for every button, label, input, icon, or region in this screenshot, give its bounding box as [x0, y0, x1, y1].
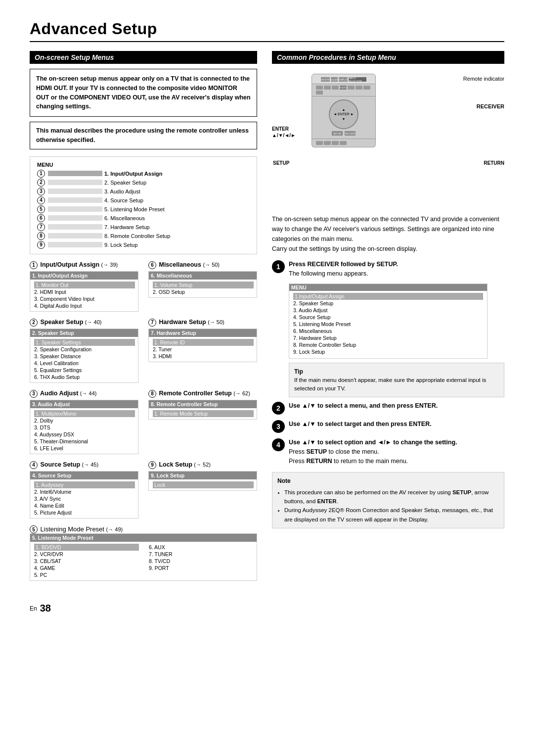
circle-7: 7 — [37, 223, 45, 231]
sub-box-6: 6. Miscellaneous 1. Volume Setup 2. OSD … — [148, 271, 257, 298]
page-footer: En 38 — [30, 603, 504, 614]
tip-box: Tip If the main menu doesn't appear, mak… — [289, 363, 504, 398]
menu-item-6-text: 6. Miscellaneous — [104, 215, 145, 221]
step1-bold: Press RECEIVER followed by SETUP. — [289, 261, 398, 268]
menu-sm-item-7: 7. Hardware Setup — [293, 334, 483, 341]
procedures-text: The on-screen setup menus appear on the … — [272, 214, 504, 254]
note-right-box: Note This procedure can also be performe… — [272, 472, 504, 529]
enter-label: ENTER▲/▼/◄/► — [272, 126, 296, 139]
menu-items-list: 1 1. Input/Output Assign 2 2. Speaker Se… — [37, 170, 250, 249]
sub-title-7: 7 Hardware Setup (→ 50) — [148, 319, 257, 327]
intro-bold-box: The on-screen setup menus appear only on… — [30, 69, 257, 117]
sub-title-5: 5 Listening Mode Preset (→ 49) — [30, 525, 257, 534]
step-4: 4 Use ▲/▼ to select option and ◄/► to ch… — [272, 438, 504, 466]
sub-section-remote: 8 Remote Controller Setup (→ 62) 8. Remo… — [148, 390, 257, 454]
circle-3: 3 — [37, 188, 45, 195]
step-1: 1 Press RECEIVER followed by SETUP. The … — [272, 260, 504, 279]
sub-box-4: 4. Source Setup 1. Audyssey 2. Intel6/Vo… — [30, 471, 138, 519]
circle-1: 1 — [37, 170, 45, 178]
step4-extra2: Press RETURN to return to the main menu. — [289, 458, 408, 465]
circle-4: 4 — [37, 196, 45, 204]
sub-section-speaker: 2 Speaker Setup (→ 40) 2. Speaker Setup … — [30, 319, 138, 383]
sub-sections-grid: 1 Input/Output Assign (→ 39) 1. Input/Ou… — [30, 261, 257, 519]
remote-illustration: ON/STBY SLEEP DISPLAY INPUT SELECTOR AUD… — [272, 69, 504, 207]
page-label: En — [30, 605, 37, 612]
menu-sm-item-4: 4. Source Setup — [293, 314, 483, 321]
sub-box-5: 5. Listening Mode Preset 1. BD/DVD 2. VC… — [30, 533, 257, 581]
note-item-2: During Audyssey 2EQ® Room Correction and… — [284, 506, 499, 524]
sub-title-3: 3 Audio Adjust (→ 44) — [30, 390, 138, 398]
circle-9: 9 — [37, 241, 45, 249]
sub-title-9: 9 Lock Setup (→ 52) — [148, 461, 257, 469]
menu-item-2-text: 2. Speaker Setup — [104, 180, 146, 186]
menu-item-1-text: 1. Input/Output Assign — [104, 171, 163, 177]
menu-item-1: 1 1. Input/Output Assign — [37, 170, 250, 178]
sub-section-source: 4 Source Setup (→ 45) 4. Source Setup 1.… — [30, 461, 138, 519]
menu-sm-item-9: 9. Lock Setup — [293, 348, 483, 355]
menu-sm-item-2: 2. Speaker Setup — [293, 300, 483, 307]
note-item-1: This procedure can also be performed on … — [284, 488, 499, 506]
menu-item-2: 2 2. Speaker Setup — [37, 179, 250, 187]
sub-section-input-output: 1 Input/Output Assign (→ 39) 1. Input/Ou… — [30, 261, 138, 312]
step4-bold: Use ▲/▼ to select option and ◄/► to chan… — [289, 439, 457, 446]
step-content-1: Press RECEIVER followed by SETUP. The fo… — [289, 260, 504, 279]
step-content-2: Use ▲/▼ to select a menu, and then press… — [289, 401, 504, 411]
menu-item-8: 8 8. Remote Controller Setup — [37, 232, 250, 240]
sub-section-lock: 9 Lock Setup (→ 52) 9. Lock Setup Lock — [148, 461, 257, 519]
menu-sm-item-1: 1.Input/Output Assign — [293, 293, 483, 300]
sub-title-1: 1 Input/Output Assign (→ 39) — [30, 261, 138, 269]
menu-sm-item-5: 5. Listening Mode Preset — [293, 321, 483, 328]
remote-indicator-label: Remote indicator — [463, 76, 504, 82]
circle-8: 8 — [37, 232, 45, 240]
sub-title-4: 4 Source Setup (→ 45) — [30, 461, 138, 469]
sub-title-8: 8 Remote Controller Setup (→ 62) — [148, 390, 257, 398]
menu-sm-item-6: 6. Miscellaneous — [293, 328, 483, 334]
step3-bold: Use ▲/▼ to select target and then press … — [289, 421, 432, 427]
left-column: On-screen Setup Menus The on-screen setu… — [30, 51, 257, 588]
sub-box-8: 8. Remote Controller Setup 1. Remote Mod… — [148, 400, 257, 420]
menu-diagram: MENU 1 1. Input/Output Assign 2 2. Speak… — [30, 156, 257, 254]
step-num-1: 1 — [272, 260, 285, 273]
sub-box-2: 2. Speaker Setup 1. Speaker Settings 2. … — [30, 329, 138, 383]
sub-box-3: 3. Audio Adjust 1. Multiplex/Mono 2. Dol… — [30, 400, 138, 454]
menu-item-6: 6 6. Miscellaneous — [37, 214, 250, 222]
left-section-header: On-screen Setup Menus — [30, 51, 257, 64]
steps-list: 1 Press RECEIVER followed by SETUP. The … — [272, 260, 504, 466]
tip-text: If the main menu doesn't appear, make su… — [294, 377, 486, 391]
sub-box-1: 1. Input/Output Assign 1. Monitor Out 2.… — [30, 271, 138, 312]
menu-item-4-text: 4. Source Setup — [104, 197, 143, 203]
right-column: Common Procedures in Setup Menu ON/STBY … — [272, 51, 504, 588]
menu-label: MENU — [37, 162, 250, 168]
sub-title-6: 6 Miscellaneous (→ 50) — [148, 261, 257, 269]
return-label: RETURN — [484, 160, 504, 166]
sub-title-2: 2 Speaker Setup (→ 40) — [30, 319, 138, 327]
menu-sm-item-8: 8. Remote Controller Setup — [293, 341, 483, 348]
sub-section-hardware: 7 Hardware Setup (→ 50) 7. Hardware Setu… — [148, 319, 257, 383]
menu-item-7-text: 7. Hardware Setup — [104, 224, 150, 230]
menu-item-3-text: 3. Audio Adjust — [104, 189, 140, 194]
sub-box-9: 9. Lock Setup Lock — [148, 471, 257, 491]
menu-item-8-text: 8. Remote Controller Setup — [104, 233, 170, 239]
sub-section-misc: 6 Miscellaneous (→ 50) 6. Miscellaneous … — [148, 261, 257, 312]
step2-bold: Use ▲/▼ to select a menu, and then press… — [289, 402, 438, 409]
menu-item-9-text: 9. Lock Setup — [104, 242, 137, 248]
setup-label: SETUP — [273, 160, 289, 166]
menu-after-step1: MENU 1.Input/Output Assign 2. Speaker Se… — [289, 284, 488, 359]
right-section-header: Common Procedures in Setup Menu — [272, 51, 504, 64]
step-content-3: Use ▲/▼ to select target and then press … — [289, 420, 504, 429]
receiver-label: RECEIVER — [477, 103, 504, 109]
menu-item-5-text: 5. Listening Mode Preset — [104, 206, 165, 212]
nav-circle: ▲◄ ENTER ►▼ — [329, 99, 358, 129]
step-num-2: 2 — [272, 402, 285, 415]
intro-text: The on-screen setup menus appear only on… — [36, 75, 251, 110]
sub-section-audio: 3 Audio Adjust (→ 44) 3. Audio Adjust 1.… — [30, 390, 138, 454]
circle-6: 6 — [37, 214, 45, 222]
page-title: Advanced Setup — [30, 20, 504, 38]
step-2: 2 Use ▲/▼ to select a menu, and then pre… — [272, 401, 504, 415]
step-content-4: Use ▲/▼ to select option and ◄/► to chan… — [289, 438, 504, 466]
sub-section-listening: 5 Listening Mode Preset (→ 49) 5. Listen… — [30, 525, 257, 581]
step1-text: The following menu appears. — [289, 270, 368, 277]
procedures-main: The on-screen setup menus appear on the … — [272, 216, 499, 242]
step-num-3: 3 — [272, 420, 285, 433]
circle-2: 2 — [37, 179, 45, 187]
